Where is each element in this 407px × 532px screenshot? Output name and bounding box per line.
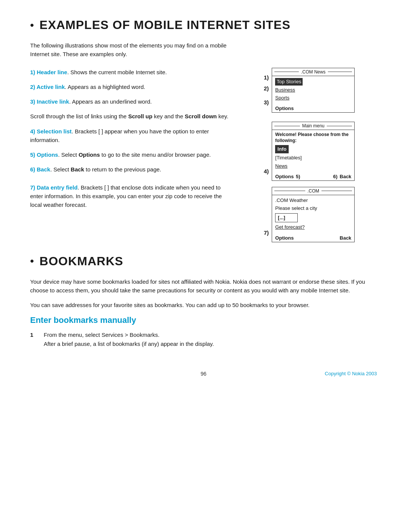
num-2: 2) [264, 86, 269, 91]
scroll-bold-2: Scroll down [185, 113, 217, 119]
num-3: 3) [264, 99, 269, 105]
step-1-bold: Services > Bookmarks [101, 332, 158, 338]
desc-5-label: 5) Options [30, 151, 58, 158]
diagram-group-3: 7) .COM .COM Weather Please select a cit… [264, 187, 377, 242]
desc-4-label: 4) Selection list [30, 128, 72, 135]
num-5-inline: 5) [296, 174, 300, 179]
left-descriptions: 1) Header line. Shows the current mobile… [30, 68, 264, 251]
weather-field: [...] [275, 213, 351, 222]
diagram-3-header: .COM [272, 187, 354, 195]
desc-7-label: 7) Data entry field [30, 184, 78, 191]
diagram-numbers-123: 1) 2) 3) [264, 75, 269, 110]
num-6-inline: 6) [333, 174, 338, 179]
diagram-1-header: .COM News [272, 68, 354, 76]
right-diagrams: 1) 2) 3) .COM News Top Stories Business … [264, 68, 377, 251]
page-footer: 96 Copyright © Nokia 2003 [30, 371, 377, 377]
item-info: Info [275, 145, 351, 153]
item-sports: Sports [275, 95, 351, 101]
title-bullet: • [30, 19, 34, 31]
desc-4: 4) Selection list. Brackets [ ] appear w… [30, 127, 230, 145]
bookmarks-intro-2: You can save addresses for your favorite… [30, 301, 377, 309]
scroll-end: key. [217, 113, 228, 119]
desc-5-text: . Select [58, 151, 78, 158]
scroll-bold-1: Scroll up [128, 113, 152, 119]
footer-options-56: Options 5) [275, 174, 300, 179]
num-1: 1) [264, 75, 269, 80]
desc-6-label: 6) Back [30, 166, 50, 173]
desc-6: 6) Back. Select Back to return to the pr… [30, 165, 230, 174]
scroll-mid: key and the [152, 113, 185, 119]
num-4: 4) [264, 168, 269, 174]
diagram-group-2: 4) Main menu Welcome! Please choose from… [264, 122, 377, 181]
diagram-3-footer: Options Back [272, 234, 354, 242]
step-1-sub: After a brief pause, a list of bookmarks… [44, 341, 214, 347]
item-business: Business [275, 87, 351, 93]
header-line-right [328, 72, 352, 72]
bookmarks-intro-1: Your device may have some bookmarks load… [30, 277, 377, 295]
desc-6-bold: Back [71, 166, 84, 173]
footer-back-6: 6) Back [333, 174, 351, 179]
header-text-3: .COM [308, 188, 319, 194]
desc-5: 5) Options. Select Options to go to the … [30, 150, 230, 159]
weather-line1: .COM Weather [275, 197, 351, 204]
desc-6-text: . Select [50, 166, 70, 173]
desc-5-text2: to go to the site menu and/or browser pa… [100, 151, 211, 158]
header-text-2: Main menu [302, 123, 324, 128]
desc-6-text2: to return to the previous page. [84, 166, 161, 173]
diagram-box-1: .COM News Top Stories Business Sports Op… [272, 68, 355, 113]
copyright-text: Copyright © Nokia 2003 [325, 371, 377, 376]
examples-title: • EXAMPLES OF MOBILE INTERNET SITES [30, 18, 377, 32]
step-1-number: 1 [30, 330, 38, 348]
step-1: 1 From the menu, select Services > Bookm… [30, 330, 377, 348]
header-line-left [274, 72, 299, 72]
desc-3: 3) Inactive link. Appears as an underlin… [30, 97, 230, 106]
enter-bookmarks-heading: Enter bookmarks manually [30, 315, 377, 325]
weather-line2: Please select a city [275, 205, 351, 212]
desc-7: 7) Data entry field. Brackets [ ] that e… [30, 183, 230, 209]
diagram-group-1: 1) 2) 3) .COM News Top Stories Business … [264, 68, 377, 113]
desc-1-text: . Shows the current mobile Internet site… [67, 69, 167, 75]
desc-3-label: 3) Inactive link [30, 98, 69, 105]
intro-paragraph: The following illustrations show most of… [30, 41, 241, 59]
desc-scroll: Scroll through the list of links using t… [30, 112, 230, 121]
bookmarks-title: • BOOKMARKS [30, 254, 377, 268]
bookmarks-section: • BOOKMARKS Your device may have some bo… [30, 254, 377, 348]
diagram-numbers-7: 7) [264, 230, 269, 241]
weather-link: Get forecast? [275, 224, 351, 231]
desc-1: 1) Header line. Shows the current mobile… [30, 68, 230, 76]
desc-2: 2) Active link. Appears as a highlighted… [30, 83, 230, 91]
bookmarks-bullet: • [30, 255, 34, 267]
welcome-text: Welcome! Please choose from the followin… [275, 132, 351, 144]
desc-3-text: . Appears as an underlined word. [69, 98, 151, 105]
diagram-1-body: Top Stories Business Sports [272, 76, 354, 105]
desc-2-text: . Appears as a highlighted word. [65, 84, 145, 90]
desc-2-label: 2) Active link [30, 84, 65, 90]
diagram-box-3: .COM .COM Weather Please select a city [… [272, 187, 355, 242]
num-7: 7) [264, 230, 269, 235]
examples-section: • EXAMPLES OF MOBILE INTERNET SITES The … [30, 18, 377, 251]
diagram-numbers-456: 4) [264, 168, 269, 179]
step-1-text: From the menu, select [44, 332, 101, 338]
desc-1-label: 1) Header line [30, 69, 67, 75]
item-news: News [275, 163, 351, 170]
diagram-2-footer: Options 5) 6) Back [272, 173, 354, 180]
header-text-1: .COM News [301, 69, 326, 75]
diagram-3-body: .COM Weather Please select a city [...] … [272, 195, 354, 234]
scroll-text-1: Scroll through the list of links using t… [30, 113, 128, 119]
diagram-box-2: Main menu Welcome! Please choose from th… [272, 122, 355, 181]
diagram-2-header: Main menu [272, 122, 354, 130]
item-top-stories: Top Stories [275, 78, 351, 86]
item-timetables: [Timetables] [275, 154, 351, 161]
step-1-text2: . [158, 332, 159, 338]
page-number: 96 [200, 371, 207, 377]
desc-5-bold: Options [78, 151, 100, 158]
step-1-content: From the menu, select Services > Bookmar… [44, 330, 377, 348]
examples-content: 1) Header line. Shows the current mobile… [30, 68, 377, 251]
diagram-2-body: Welcome! Please choose from the followin… [272, 130, 354, 173]
diagram-1-footer: Options [272, 104, 354, 112]
